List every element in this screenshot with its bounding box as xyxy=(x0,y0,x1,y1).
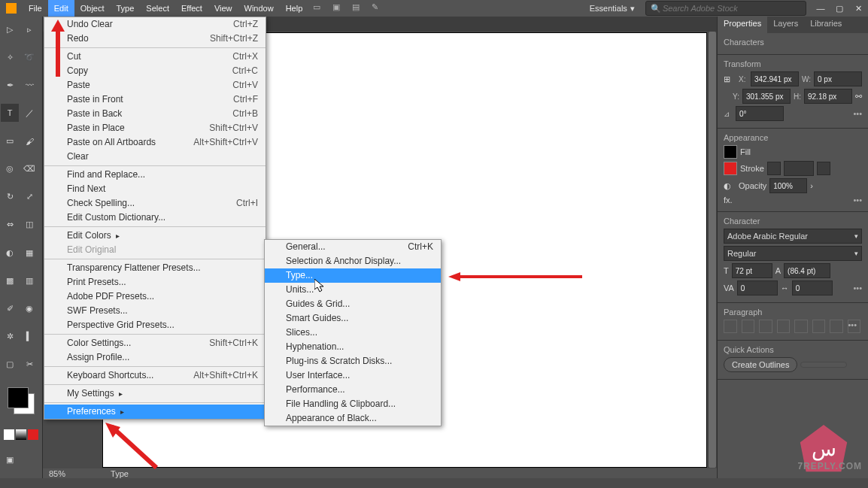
vertical-scrollbar[interactable] xyxy=(708,32,717,468)
edit-menu-item[interactable]: CopyCtrl+C xyxy=(44,64,266,78)
mb-icon-4[interactable]: ✎ xyxy=(372,2,384,14)
edit-menu-item[interactable]: Clear xyxy=(44,150,266,164)
mb-icon-3[interactable]: ▤ xyxy=(352,2,364,14)
eraser-tool[interactable]: ⌫ xyxy=(20,160,38,178)
character-more-icon[interactable]: ••• xyxy=(853,283,862,292)
gradient-mode[interactable] xyxy=(16,429,26,440)
edit-menu-item[interactable]: Paste in BackCtrl+B xyxy=(44,107,266,121)
menu-window[interactable]: Window xyxy=(238,0,280,17)
lasso-tool[interactable]: ➰ xyxy=(20,48,38,66)
prefs-menu-item[interactable]: Plug-ins & Scratch Disks... xyxy=(265,354,441,368)
opacity-chevron-icon[interactable]: › xyxy=(810,181,813,190)
fill-stroke-swatch[interactable] xyxy=(8,387,35,414)
free-transform-tool[interactable]: ◫ xyxy=(20,216,38,234)
prefs-menu-item[interactable]: Type... xyxy=(265,268,441,283)
tab-libraries[interactable]: Libraries xyxy=(804,17,848,33)
edit-menu-item[interactable]: PasteCtrl+V xyxy=(44,78,266,92)
paragraph-more-icon[interactable]: ••• xyxy=(848,320,861,333)
edit-menu-item[interactable]: Adobe PDF Presets... xyxy=(44,289,266,304)
curvature-tool[interactable]: 〰 xyxy=(20,76,38,94)
shaper-tool[interactable]: ◎ xyxy=(1,160,19,178)
edit-menu-item[interactable]: Paste on All ArtboardsAlt+Shift+Ctrl+V xyxy=(44,135,266,150)
symbol-sprayer-tool[interactable]: ✲ xyxy=(1,327,19,345)
mb-icon-2[interactable]: ▣ xyxy=(332,2,344,14)
edit-menu-item[interactable]: Transparency Flattener Presets... xyxy=(44,261,266,275)
edit-menu-item[interactable]: Color Settings...Shift+Ctrl+K xyxy=(44,336,266,350)
magic-wand-tool[interactable]: ✧ xyxy=(1,48,19,66)
status-zoom[interactable]: 85% xyxy=(49,469,65,478)
stroke-weight-down[interactable] xyxy=(767,162,781,175)
maximize-button[interactable]: ▢ xyxy=(833,3,846,14)
mesh-tool[interactable]: ▩ xyxy=(1,271,19,289)
menu-view[interactable]: View xyxy=(208,0,238,17)
type-tool[interactable]: T xyxy=(1,104,19,122)
edit-menu-item[interactable]: Assign Profile... xyxy=(44,350,266,365)
tracking-input[interactable] xyxy=(792,280,833,296)
edit-menu-item[interactable]: Find Next xyxy=(44,182,266,196)
font-family-select[interactable]: Adobe Arabic Regular xyxy=(724,229,862,244)
rectangle-tool[interactable]: ▭ xyxy=(1,132,19,150)
edit-menu-item[interactable]: Edit Colors xyxy=(44,229,266,243)
menu-select[interactable]: Select xyxy=(140,0,175,17)
workspace-switcher[interactable]: Essentials ▾ xyxy=(584,4,641,14)
menu-edit[interactable]: Edit xyxy=(48,0,74,17)
edit-menu-item[interactable]: Paste in FrontCtrl+F xyxy=(44,92,266,107)
edit-menu-item[interactable]: Check Spelling...Ctrl+I xyxy=(44,196,266,211)
artboard-tool[interactable]: ▢ xyxy=(1,356,19,374)
transform-y-input[interactable] xyxy=(742,89,791,104)
prefs-menu-item[interactable]: Guides & Grid... xyxy=(265,297,441,311)
edit-menu-item[interactable]: CutCtrl+X xyxy=(44,50,266,64)
scale-tool[interactable]: ⤢ xyxy=(20,188,38,206)
stroke-weight-up[interactable] xyxy=(817,162,830,175)
edit-menu-item[interactable]: RedoShift+Ctrl+Z xyxy=(44,32,266,46)
edit-menu-item[interactable]: Keyboard Shortcuts...Alt+Shift+Ctrl+K xyxy=(44,368,266,383)
menu-object[interactable]: Object xyxy=(74,0,111,17)
link-icon[interactable]: ⚯ xyxy=(855,92,862,102)
justify-left-icon[interactable] xyxy=(777,320,791,333)
appearance-more-icon[interactable]: ••• xyxy=(853,196,862,205)
transform-more-icon[interactable]: ••• xyxy=(853,109,862,118)
leading-input[interactable] xyxy=(784,263,830,278)
pen-tool[interactable]: ✒ xyxy=(1,76,19,94)
justify-right-icon[interactable] xyxy=(812,320,826,333)
menu-file[interactable]: File xyxy=(23,0,48,17)
edit-menu-item[interactable]: Paste in PlaceShift+Ctrl+V xyxy=(44,121,266,135)
ref-point-icon[interactable]: ⊞ xyxy=(724,74,736,84)
selection-tool[interactable]: ▷ xyxy=(1,20,19,38)
prefs-menu-item[interactable]: Hyphenation... xyxy=(265,340,441,354)
prefs-menu-item[interactable]: Performance... xyxy=(265,383,441,397)
align-left-icon[interactable] xyxy=(724,320,737,333)
minimize-button[interactable]: — xyxy=(814,3,827,14)
prefs-menu-item[interactable]: Selection & Anchor Display... xyxy=(265,254,441,268)
fill-swatch[interactable] xyxy=(8,387,29,408)
line-tool[interactable]: ／ xyxy=(20,104,38,122)
tab-layers[interactable]: Layers xyxy=(767,17,804,33)
paintbrush-tool[interactable]: 🖌 xyxy=(20,132,38,150)
edit-menu-item[interactable]: Find and Replace... xyxy=(44,168,266,182)
edit-menu-item[interactable]: Preferences xyxy=(44,405,266,419)
prefs-menu-item[interactable]: File Handling & Clipboard... xyxy=(265,397,441,411)
prefs-menu-item[interactable]: Slices... xyxy=(265,326,441,340)
tab-properties[interactable]: Properties xyxy=(718,17,767,33)
transform-angle-input[interactable] xyxy=(736,106,784,121)
column-graph-tool[interactable]: ▍ xyxy=(20,327,38,345)
edit-menu-item[interactable]: Print Presets... xyxy=(44,275,266,289)
create-outlines-button[interactable]: Create Outlines xyxy=(724,357,797,372)
transform-w-input[interactable] xyxy=(814,71,862,86)
edit-menu-item[interactable]: My Settings xyxy=(44,386,266,401)
fx-label[interactable]: fx. xyxy=(724,196,733,205)
close-button[interactable]: ✕ xyxy=(851,3,865,14)
menu-effect[interactable]: Effect xyxy=(175,0,208,17)
none-mode[interactable] xyxy=(28,429,38,440)
font-style-select[interactable]: Regular xyxy=(724,246,862,261)
font-size-input[interactable] xyxy=(732,263,772,278)
kerning-input[interactable] xyxy=(737,280,778,296)
align-right-icon[interactable] xyxy=(759,320,772,333)
prefs-menu-item[interactable]: Smart Guides... xyxy=(265,311,441,326)
direct-selection-tool[interactable]: ▹ xyxy=(20,20,38,38)
stock-search-input[interactable] xyxy=(661,3,801,14)
stock-search[interactable]: 🔍 xyxy=(645,1,806,16)
transform-x-input[interactable] xyxy=(751,71,799,86)
quick-action-2-button[interactable] xyxy=(800,362,847,368)
prefs-menu-item[interactable]: General...Ctrl+K xyxy=(265,240,441,254)
